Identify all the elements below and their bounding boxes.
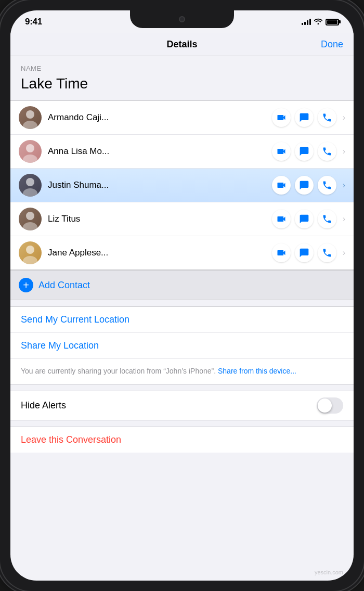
add-contact-icon: +	[19, 278, 33, 292]
send-location-button[interactable]: Send My Current Location	[10, 307, 354, 333]
svg-point-9	[23, 256, 37, 264]
phone-frame: 9:41	[0, 0, 364, 591]
contact-name: Armando Caji...	[48, 112, 272, 123]
phone-button[interactable]	[318, 142, 336, 161]
svg-point-6	[26, 212, 34, 220]
share-location-button[interactable]: Share My Location	[10, 333, 354, 359]
screen: 9:41	[10, 10, 354, 581]
signal-bar-1	[302, 23, 303, 25]
contact-row[interactable]: Jane Applese... ›	[10, 236, 354, 269]
signal-bar-2	[304, 22, 306, 25]
location-note: You are currently sharing your location …	[10, 359, 354, 384]
svg-point-8	[26, 246, 34, 254]
chevron-right-icon: ›	[343, 181, 345, 190]
nav-bar: Details Done	[10, 33, 354, 56]
message-button[interactable]	[295, 210, 314, 228]
done-button[interactable]: Done	[321, 39, 343, 50]
message-button[interactable]	[295, 108, 314, 127]
contact-actions: ›	[272, 243, 345, 262]
signal-bars-icon	[302, 19, 311, 25]
phone-button[interactable]	[318, 176, 336, 195]
svg-point-7	[23, 222, 37, 230]
notch	[130, 10, 234, 28]
name-section: NAME Lake Time	[10, 56, 354, 100]
content-area: NAME Lake Time Armando Caji...	[10, 56, 354, 453]
add-contact-label: Add Contact	[38, 280, 90, 291]
contact-name: Anna Lisa Mo...	[48, 146, 272, 157]
svg-point-4	[26, 178, 34, 186]
contact-actions: ›	[272, 142, 345, 161]
contact-row[interactable]: Armando Caji... ›	[10, 101, 354, 135]
signal-bar-3	[307, 20, 308, 25]
chevron-right-icon: ›	[343, 248, 345, 258]
leave-conversation-section: Leave this Conversation	[10, 427, 354, 453]
message-button[interactable]	[295, 176, 314, 195]
contact-row[interactable]: Liz Titus ›	[10, 202, 354, 236]
video-call-button[interactable]	[272, 243, 291, 262]
contact-actions: ›	[272, 108, 345, 127]
contact-name: Jane Applese...	[48, 248, 272, 258]
avatar	[19, 174, 42, 197]
hide-alerts-section: Hide Alerts	[10, 391, 354, 420]
contact-actions: ›	[272, 210, 345, 228]
battery-fill	[327, 20, 337, 24]
toggle-thumb	[318, 399, 332, 413]
avatar	[19, 106, 42, 129]
name-label: NAME	[10, 56, 354, 74]
svg-point-5	[23, 188, 37, 197]
watermark: yescin.com	[315, 569, 343, 575]
chevron-right-icon: ›	[343, 147, 345, 156]
hide-alerts-label: Hide Alerts	[21, 400, 66, 411]
svg-point-3	[23, 155, 37, 163]
phone-button[interactable]	[318, 243, 336, 262]
contact-actions: ›	[272, 176, 345, 195]
status-time: 9:41	[25, 17, 42, 27]
avatar	[19, 208, 42, 230]
video-call-button[interactable]	[272, 142, 291, 161]
hide-alerts-row: Hide Alerts	[10, 391, 354, 420]
video-call-button[interactable]	[272, 210, 291, 228]
group-name: Lake Time	[10, 74, 354, 100]
message-button[interactable]	[295, 142, 314, 161]
svg-point-2	[26, 144, 34, 152]
status-icons	[302, 18, 339, 26]
avatar	[19, 140, 42, 163]
location-note-text: You are currently sharing your location …	[21, 367, 216, 375]
contacts-list: Armando Caji... ›	[10, 100, 354, 270]
contact-row[interactable]: Justin Shuma... ›	[10, 169, 354, 202]
share-from-device-link[interactable]: Share from this device...	[218, 367, 296, 375]
camera-notch	[179, 16, 185, 22]
nav-title: Details	[166, 39, 197, 50]
phone-button[interactable]	[318, 210, 336, 228]
hide-alerts-toggle[interactable]	[317, 397, 343, 414]
wifi-icon	[314, 18, 322, 26]
leave-conversation-button[interactable]: Leave this Conversation	[10, 427, 354, 453]
video-call-button[interactable]	[272, 176, 291, 195]
signal-bar-4	[309, 19, 311, 25]
svg-point-0	[26, 110, 34, 119]
contact-row[interactable]: Anna Lisa Mo... ›	[10, 135, 354, 169]
chevron-right-icon: ›	[343, 113, 345, 122]
add-contact-row[interactable]: + Add Contact	[10, 270, 354, 300]
video-call-button[interactable]	[272, 108, 291, 127]
chevron-right-icon: ›	[343, 214, 345, 224]
avatar	[19, 241, 42, 264]
svg-point-1	[23, 121, 37, 129]
phone-button[interactable]	[318, 108, 336, 127]
battery-icon	[326, 19, 339, 25]
message-button[interactable]	[295, 243, 314, 262]
contact-name: Justin Shuma...	[48, 180, 272, 190]
location-section: Send My Current Location Share My Locati…	[10, 306, 354, 384]
contact-name: Liz Titus	[48, 214, 272, 224]
